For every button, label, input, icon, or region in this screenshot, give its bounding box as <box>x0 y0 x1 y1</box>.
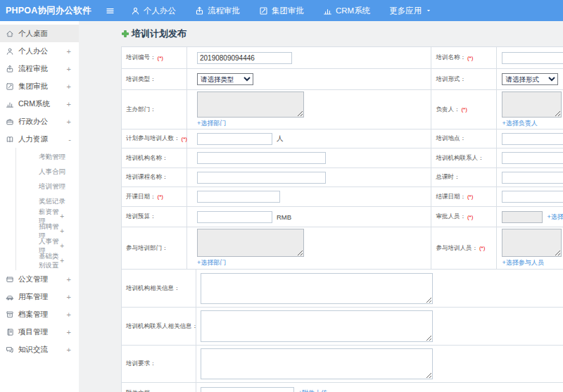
approver-input[interactable] <box>502 211 543 223</box>
org-contact-info-textarea[interactable] <box>201 310 433 342</box>
participants-field: +选择参与人员 <box>497 227 563 269</box>
sidebar-item-label: 人力资源 <box>18 134 48 144</box>
form-row-org-name: 培训机构名称： <box>122 148 431 168</box>
expander-toggle[interactable]: + <box>67 293 71 301</box>
sidebar-subitem-2[interactable]: 培训管理 <box>16 179 79 194</box>
host-department-select-link[interactable]: +选择部门 <box>197 119 226 128</box>
training-requirements-textarea[interactable] <box>201 348 433 379</box>
expander-toggle[interactable]: + <box>60 213 64 220</box>
leader-select-link[interactable]: +选择负责人 <box>502 119 537 128</box>
top-nav-item-0[interactable]: 个人办公 <box>131 6 176 16</box>
leader-textarea[interactable] <box>502 91 562 118</box>
user-icon <box>6 47 14 56</box>
training-form-select[interactable]: 请选择形式 <box>502 73 558 85</box>
flow-icon <box>195 6 204 15</box>
expander-toggle[interactable]: + <box>67 65 71 73</box>
car-icon <box>6 293 14 301</box>
menu-icon[interactable] <box>106 5 117 16</box>
sidebar-item-8[interactable]: 用车管理+ <box>0 288 79 305</box>
form-upper-section: 培训编号：(*)培训类型：请选择类型主办部门：+选择部门计划参与培训人数：(*)… <box>121 46 563 270</box>
org-info-textarea[interactable] <box>201 273 433 304</box>
sidebar-item-label: 个人办公 <box>18 46 48 56</box>
page-title-text: 培训计划发布 <box>132 27 186 40</box>
sidebar-subitem-1[interactable]: 人事合同 <box>16 165 79 179</box>
training-name-field <box>497 47 563 68</box>
sidebar-subitem-7[interactable]: 基础类别设置+ <box>16 253 79 268</box>
participating-departments-select-link[interactable]: +选择部门 <box>197 258 226 267</box>
expander-toggle[interactable]: + <box>60 257 64 265</box>
attachment-select-link[interactable]: +附件上传 <box>298 388 327 392</box>
top-nav-item-2[interactable]: 集团审批 <box>259 6 304 16</box>
org-info-label: 培训机构相关信息： <box>122 270 196 307</box>
end-date-label: 结课日期：(*) <box>431 187 497 206</box>
total-hours-label: 总课时： <box>431 168 497 186</box>
participants-select-link[interactable]: +选择参与人员 <box>502 258 543 267</box>
expander-toggle[interactable]: + <box>67 328 71 336</box>
approver-select-link[interactable]: +选择审批人员 <box>547 213 563 222</box>
participating-departments-textarea[interactable] <box>197 229 304 257</box>
training-no-field <box>187 47 431 68</box>
form-right-column: 培训名称：(*)培训形式：请选择形式负责人：(*)+选择负责人培训地点：培训机构… <box>431 47 563 270</box>
top-nav-label: 更多应用 <box>389 6 422 16</box>
start-date-field <box>187 187 431 206</box>
sidebar-item-1[interactable]: 个人办公+ <box>0 42 79 60</box>
training-type-label: 培训类型： <box>122 69 187 89</box>
form-row-host-department: 主办部门：+选择部门 <box>122 90 431 129</box>
top-nav-label: 流程审批 <box>208 6 240 16</box>
top-nav-item-1[interactable]: 流程审批 <box>195 6 240 16</box>
sidebar-item-3[interactable]: 集团审批+ <box>0 77 79 95</box>
app-logo: PHPOA协同办公软件 <box>0 5 106 17</box>
page-title: 培训计划发布 <box>121 27 186 40</box>
form-bottom-section: 培训机构相关信息：培训机构联系人相关信息：培训要求：附件文档：+附件上传 <box>121 270 563 392</box>
expander-toggle[interactable]: - <box>68 135 71 144</box>
planned-participants-input[interactable] <box>197 133 272 145</box>
location-field <box>497 129 563 148</box>
top-nav-item-4[interactable]: 更多应用 <box>389 6 432 16</box>
sidebar-subitem-0[interactable]: 考勤管理 <box>16 150 79 165</box>
org-contact-field <box>497 148 563 167</box>
form-row-course-name: 培训课程名称： <box>122 168 431 187</box>
required-marker: (*) <box>158 194 163 200</box>
sidebar-subgroup: 考勤管理人事合同培训管理奖惩记录薪资管理+招聘管理+人事管理+基础类别设置+ <box>15 148 79 270</box>
location-input[interactable] <box>502 133 563 145</box>
expander-toggle[interactable]: + <box>60 227 64 235</box>
org-name-input[interactable] <box>197 152 326 164</box>
host-department-textarea[interactable] <box>197 91 304 118</box>
org-contact-input[interactable] <box>502 152 563 164</box>
expander-toggle[interactable]: + <box>67 82 71 91</box>
expander-toggle[interactable]: + <box>67 346 71 354</box>
sidebar-item-7[interactable]: 公文管理+ <box>0 270 79 288</box>
expander-toggle[interactable]: + <box>67 275 71 284</box>
top-nav-item-3[interactable]: CRM系统 <box>323 6 370 16</box>
start-date-input[interactable] <box>197 191 280 203</box>
expander-toggle[interactable]: + <box>67 100 71 108</box>
training-no-input[interactable] <box>197 52 292 64</box>
form-row-org-contact-info: 培训机构联系人相关信息： <box>122 308 563 346</box>
sidebar-item-0[interactable]: 个人桌面 <box>0 25 79 42</box>
org-name-field <box>187 148 431 167</box>
participating-departments-field: +选择部门 <box>187 227 431 269</box>
participants-textarea[interactable] <box>502 229 562 257</box>
course-name-input[interactable] <box>197 172 326 184</box>
sidebar-item-4[interactable]: CRM系统+ <box>0 95 79 113</box>
expander-toggle[interactable]: + <box>67 118 71 126</box>
training-name-input[interactable] <box>502 52 563 64</box>
budget-input[interactable] <box>197 211 272 223</box>
total-hours-input[interactable] <box>502 172 563 184</box>
training-type-select[interactable]: 请选择类型 <box>197 73 253 85</box>
expander-toggle[interactable]: + <box>67 47 71 56</box>
attachment-input[interactable] <box>201 387 294 392</box>
sidebar-item-5[interactable]: 行政办公+ <box>0 113 79 130</box>
sidebar-item-9[interactable]: 档案管理+ <box>0 305 79 323</box>
topbar: PHPOA协同办公软件 个人办公流程审批集团审批CRM系统更多应用 <box>0 0 563 21</box>
sidebar-item-2[interactable]: 流程审批+ <box>0 60 79 77</box>
sidebar-item-10[interactable]: 项目管理+ <box>0 323 79 341</box>
org-contact-label: 培训机构联系人： <box>431 148 497 167</box>
expander-toggle[interactable]: + <box>60 242 64 250</box>
org-info-field <box>196 270 563 307</box>
expander-toggle[interactable]: + <box>67 310 71 319</box>
end-date-input[interactable] <box>502 191 563 203</box>
briefcase-icon <box>6 118 14 126</box>
sidebar-item-6[interactable]: 人力资源- <box>0 130 79 148</box>
sidebar-item-11[interactable]: 知识交流+ <box>0 341 79 358</box>
